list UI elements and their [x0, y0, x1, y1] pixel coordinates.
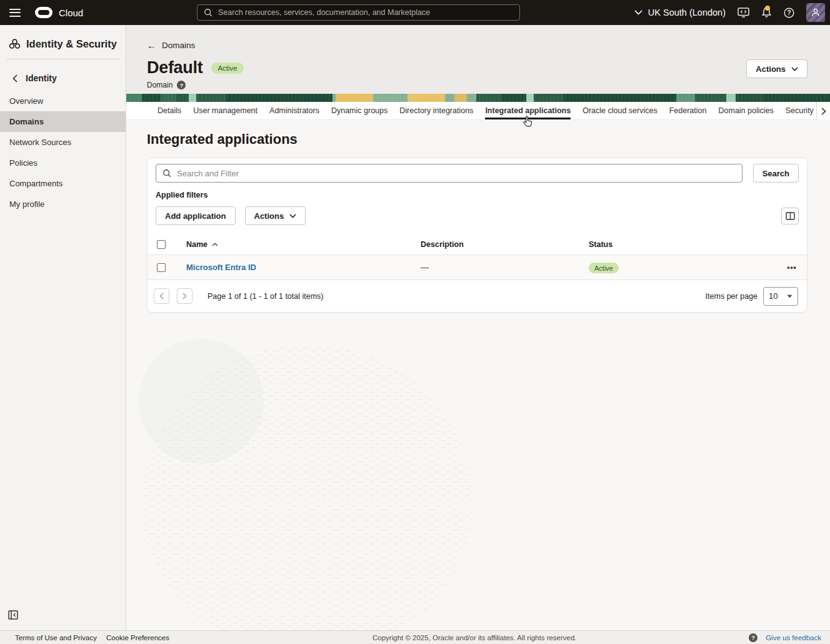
chevron-down-icon	[289, 214, 296, 218]
topbar-right: UK South (London) ?	[634, 3, 830, 22]
chevron-down-icon	[791, 67, 798, 71]
cookie-preferences-link[interactable]: Cookie Preferences	[106, 634, 169, 641]
applied-filters-label: Applied filters	[156, 191, 799, 199]
global-search-input[interactable]: Search resources, services, documentatio…	[197, 4, 520, 21]
breadcrumb[interactable]: ← Domains	[147, 25, 195, 51]
previous-page-button[interactable]	[154, 288, 169, 304]
resource-type-label: Domain	[147, 81, 172, 89]
search-icon	[204, 8, 212, 17]
help-button[interactable]: ?	[784, 8, 794, 18]
page-title: Default	[147, 58, 202, 78]
cloud-shell-button[interactable]	[738, 8, 749, 18]
footer: Terms of Use and Privacy Cookie Preferen…	[0, 630, 830, 644]
tab-bar: Details User management Administrators D…	[126, 102, 830, 120]
row-status-badge: Active	[589, 263, 619, 273]
sidebar: Identity & Security Identity Overview Do…	[0, 25, 126, 630]
app-root: Cloud Search resources, services, docume…	[0, 0, 830, 644]
items-per-page-label: Items per page	[706, 292, 758, 301]
domain-help-icon[interactable]: ?	[177, 81, 186, 89]
user-avatar[interactable]	[806, 3, 825, 22]
person-icon	[811, 8, 821, 18]
chevron-right-icon	[821, 108, 826, 115]
main: ← Domains Default Active Domain ? Action…	[126, 25, 830, 630]
sidebar-item-network-sources[interactable]: Network Sources	[0, 132, 126, 153]
tab-administrators[interactable]: Administrators	[269, 102, 319, 119]
header-actions-button[interactable]: Actions	[746, 59, 808, 78]
select-all-checkbox[interactable]	[157, 240, 166, 249]
oracle-logo-icon	[35, 7, 52, 18]
caret-down-icon	[787, 294, 792, 298]
sidebar-item-policies[interactable]: Policies	[0, 153, 126, 173]
feedback-link[interactable]: Give us feedback	[766, 634, 821, 641]
row-actions-menu[interactable]: •••	[777, 263, 807, 272]
notification-badge	[765, 6, 770, 11]
pagination: Page 1 of 1 (1 - 1 of 1 total items) Ite…	[148, 280, 807, 312]
add-application-button[interactable]: Add application	[156, 206, 236, 225]
chevron-down-icon	[634, 10, 642, 15]
search-icon	[162, 169, 171, 178]
copyright-text: Copyright © 2025, Oracle and/or its affi…	[372, 634, 577, 641]
tab-integrated-applications[interactable]: Integrated applications	[485, 102, 571, 119]
back-arrow-icon: ←	[147, 40, 156, 51]
sidebar-item-overview[interactable]: Overview	[0, 91, 126, 111]
items-per-page-select[interactable]: 10	[763, 287, 798, 306]
region-label: UK South (London)	[648, 8, 726, 18]
column-header-description[interactable]: Description	[421, 240, 589, 249]
tab-security[interactable]: Security	[786, 102, 814, 119]
shell: Identity & Security Identity Overview Do…	[0, 25, 830, 630]
sidebar-title: Identity & Security	[0, 25, 126, 59]
columns-icon	[786, 212, 795, 220]
notifications-button[interactable]	[761, 7, 772, 18]
region-selector[interactable]: UK South (London)	[634, 8, 726, 18]
mouse-cursor	[523, 116, 532, 129]
tab-dynamic-groups[interactable]: Dynamic groups	[331, 102, 388, 119]
sidebar-item-domains[interactable]: Domains	[0, 111, 126, 132]
chevron-right-icon	[182, 293, 187, 299]
content-heading: Integrated applications	[147, 131, 808, 148]
application-link[interactable]: Microsoft Entra ID	[186, 263, 256, 272]
status-badge: Active	[211, 63, 243, 74]
list-panel: Search and Filter Search Applied filters…	[147, 158, 808, 313]
topbar: Cloud Search resources, services, docume…	[0, 0, 830, 25]
column-manager-button[interactable]	[781, 208, 799, 224]
identity-security-icon	[9, 38, 21, 50]
next-page-button[interactable]	[177, 288, 192, 304]
search-button[interactable]: Search	[753, 164, 799, 183]
global-search-placeholder: Search resources, services, documentatio…	[218, 8, 430, 17]
filter-search-placeholder: Search and Filter	[177, 169, 239, 178]
collapse-panel-icon	[8, 610, 18, 620]
table-actions-button[interactable]: Actions	[245, 206, 306, 225]
tab-domain-policies[interactable]: Domain policies	[718, 102, 773, 119]
sort-asc-icon[interactable]	[212, 243, 218, 246]
tab-directory-integrations[interactable]: Directory integrations	[399, 102, 473, 119]
applications-table: Name Description Status Microsoft Entra …	[148, 234, 807, 280]
pagination-summary: Page 1 of 1 (1 - 1 of 1 total items)	[208, 292, 324, 301]
chevron-left-icon	[12, 74, 18, 83]
filter-search-input[interactable]: Search and Filter	[156, 164, 742, 183]
content: Integrated applications Search and Filte…	[126, 120, 830, 630]
footer-help-icon[interactable]: ?	[749, 633, 758, 642]
brand-name: Cloud	[59, 8, 83, 18]
sidebar-collapse-button[interactable]	[8, 610, 18, 622]
page-header: ← Domains Default Active Domain ? Action…	[126, 25, 830, 94]
sidebar-item-my-profile[interactable]: My profile	[0, 194, 126, 214]
terms-link[interactable]: Terms of Use and Privacy	[15, 634, 97, 641]
column-header-name[interactable]: Name	[186, 240, 208, 249]
row-description: —	[421, 263, 589, 272]
sidebar-back-identity[interactable]: Identity	[0, 59, 126, 91]
sidebar-item-compartments[interactable]: Compartments	[0, 173, 126, 194]
tabs-scroll-right-button[interactable]	[816, 102, 830, 120]
brand[interactable]: Cloud	[35, 7, 83, 18]
hamburger-menu-icon[interactable]	[9, 9, 21, 17]
tab-oracle-cloud-services[interactable]: Oracle cloud services	[582, 102, 658, 119]
decorative-banner	[126, 94, 830, 102]
help-icon: ?	[784, 8, 794, 18]
tab-user-management[interactable]: User management	[193, 102, 258, 119]
row-checkbox[interactable]	[157, 263, 166, 272]
chevron-left-icon	[159, 293, 164, 299]
tab-details[interactable]: Details	[158, 102, 181, 119]
column-header-status[interactable]: Status	[589, 240, 777, 249]
table-row: Microsoft Entra ID — Active •••	[148, 255, 807, 280]
svg-text:?: ?	[787, 9, 791, 16]
tab-federation[interactable]: Federation	[669, 102, 707, 119]
